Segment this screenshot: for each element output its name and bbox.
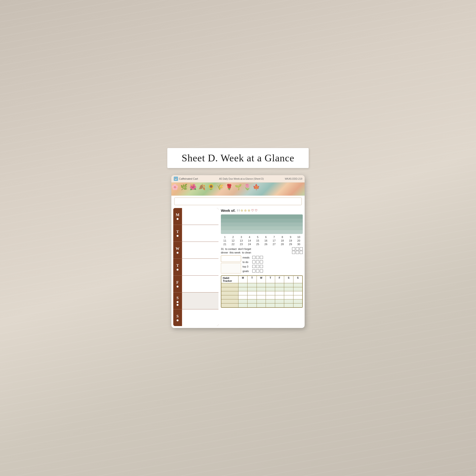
hc-2-3[interactable] (257, 287, 266, 291)
day-box-friday[interactable] (182, 276, 219, 292)
checkbox-1a[interactable] (292, 247, 295, 250)
hc-1-5[interactable] (275, 283, 284, 287)
hc-1-3[interactable] (257, 283, 266, 287)
day-box-wednesday[interactable] (182, 242, 219, 258)
cb-top3-a[interactable] (252, 265, 255, 268)
hc-1-7[interactable] (293, 283, 302, 287)
checkbox-2b[interactable] (296, 251, 299, 254)
checkbox-1c[interactable] (300, 247, 303, 250)
day-box-sunday[interactable] (182, 309, 219, 326)
hc-4-4[interactable] (266, 295, 275, 299)
hc-3-3[interactable] (257, 291, 266, 295)
hc-3-6[interactable] (284, 291, 293, 295)
color-block-1 (221, 214, 303, 219)
habit-tracker-title: Habit Tracker (221, 276, 238, 283)
hc-5-1[interactable] (238, 299, 248, 303)
cb-todo-c[interactable] (260, 260, 263, 263)
day-box-saturday[interactable] (182, 292, 219, 309)
mood-icon-6: ♡ (251, 209, 254, 212)
habit-days-header: M T W T F S S (238, 276, 302, 283)
hc-1-4[interactable] (266, 283, 275, 287)
hc-5-3[interactable] (257, 299, 266, 303)
checkbox-2c[interactable] (300, 251, 303, 254)
cb-goals-b[interactable] (256, 270, 259, 272)
hc-6-7[interactable] (293, 304, 302, 307)
sticker-area: meals to do (221, 255, 303, 273)
hc-3-5[interactable] (275, 291, 284, 295)
cb-todo-a[interactable] (252, 260, 255, 263)
cb-goals-c[interactable] (260, 270, 263, 272)
cb-meals-b[interactable] (256, 256, 259, 259)
habit-label-5 (221, 299, 238, 303)
hc-2-1[interactable] (238, 287, 248, 291)
hc-3-2[interactable] (248, 291, 256, 295)
hc-2-4[interactable] (266, 287, 275, 291)
cb-top3-b[interactable] (256, 265, 259, 268)
day-label-wednesday: W (173, 242, 182, 258)
hc-4-3[interactable] (257, 295, 266, 299)
hc-6-1[interactable] (238, 304, 248, 307)
day-letter-t2: T (176, 263, 179, 268)
habit-row-5 (221, 299, 302, 303)
label-row-meals: meals (242, 256, 263, 259)
hc-6-4[interactable] (266, 304, 275, 307)
hc-6-2[interactable] (248, 304, 256, 307)
cb-goals-a[interactable] (252, 270, 255, 272)
sticker-box-dotted (221, 263, 241, 273)
habit-head-w: W (257, 276, 266, 283)
hc-5-7[interactable] (293, 299, 302, 303)
hc-5-6[interactable] (284, 299, 293, 303)
hc-4-1[interactable] (238, 295, 248, 299)
num-20: 20 (295, 239, 303, 242)
hc-6-5[interactable] (275, 304, 284, 307)
num-3: 3 (237, 235, 245, 239)
day-box-thursday[interactable] (182, 259, 219, 275)
label-row-goals: goals (242, 270, 263, 272)
day-box-tuesday[interactable] (182, 225, 219, 241)
hc-1-6[interactable] (284, 283, 293, 287)
habit-label-6 (221, 304, 238, 307)
habit-head-m: M (238, 276, 248, 283)
mood-icon-1: ! (237, 209, 238, 212)
hc-4-5[interactable] (275, 295, 284, 299)
hc-4-2[interactable] (248, 295, 256, 299)
header-sku: WKA5-DDD-219 (285, 178, 302, 180)
hc-4-7[interactable] (293, 295, 302, 299)
color-block-4 (221, 226, 303, 230)
checkbox-1b[interactable] (296, 247, 299, 250)
cb-top3-c[interactable] (260, 265, 263, 268)
num-15: 15 (254, 239, 262, 242)
hc-5-2[interactable] (248, 299, 256, 303)
num-26: 26 (262, 242, 270, 246)
hc-5-4[interactable] (266, 299, 275, 303)
page-wrapper: Sheet D. Week at a Glance ☕ Caffeinated … (167, 148, 308, 328)
hc-5-5[interactable] (275, 299, 284, 303)
cb-meals-a[interactable] (252, 256, 255, 259)
cb-todo-b[interactable] (256, 260, 259, 263)
hc-2-5[interactable] (275, 287, 284, 291)
hc-6-6[interactable] (284, 304, 293, 307)
floral-banner (171, 183, 305, 196)
habit-label-3 (221, 291, 238, 295)
habit-label-1 (221, 283, 238, 287)
mood-icon-4: ☆ (244, 209, 247, 212)
checkbox-group-2 (292, 251, 303, 254)
hc-3-1[interactable] (238, 291, 248, 295)
hc-3-4[interactable] (266, 291, 275, 295)
hc-6-3[interactable] (257, 304, 266, 307)
num-24: 24 (245, 242, 254, 246)
day-letter-m: M (176, 213, 179, 217)
hc-4-6[interactable] (284, 295, 293, 299)
day-row-sunday: S (173, 309, 219, 326)
hc-1-1[interactable] (238, 283, 248, 287)
cb-meals-c[interactable] (260, 256, 263, 259)
hc-2-2[interactable] (248, 287, 256, 291)
hc-1-2[interactable] (248, 283, 256, 287)
hc-2-6[interactable] (284, 287, 293, 291)
checkbox-2a[interactable] (292, 251, 295, 254)
number-grid: 1 2 3 4 5 6 7 8 9 10 11 12 13 14 15 16 1 (221, 235, 303, 246)
day-box-monday[interactable] (182, 208, 219, 225)
habit-cells-4 (238, 295, 302, 299)
hc-2-7[interactable] (293, 287, 302, 291)
hc-3-7[interactable] (293, 291, 302, 295)
